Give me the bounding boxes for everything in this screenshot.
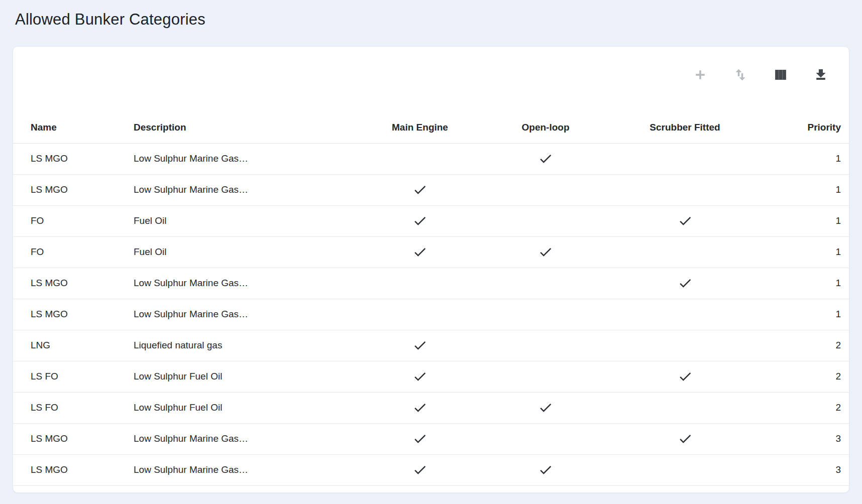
cell-description[interactable]: Low Sulphur Fuel Oil: [116, 361, 337, 392]
table-row[interactable]: LS FO Low Sulphur Fuel Oil 2: [13, 392, 849, 423]
col-header-priority[interactable]: Priority: [782, 112, 849, 143]
cell-name[interactable]: LS MGO: [13, 299, 116, 330]
cell-scrubber-fitted[interactable]: [588, 330, 782, 361]
sort-button[interactable]: [732, 67, 748, 83]
columns-button[interactable]: [773, 67, 789, 83]
download-button[interactable]: [813, 67, 829, 83]
page-title: Allowed Bunker Categories: [0, 0, 862, 29]
cell-open-loop[interactable]: [503, 174, 588, 205]
check-icon: [678, 213, 693, 228]
table-row[interactable]: LS MGO Low Sulphur Marine Gas… 1: [13, 299, 849, 330]
table-row[interactable]: LS FO Low Sulphur Fuel Oil 2: [13, 361, 849, 392]
cell-open-loop[interactable]: [503, 268, 588, 299]
col-header-open-loop[interactable]: Open-loop: [503, 112, 588, 143]
cell-scrubber-fitted[interactable]: [588, 236, 782, 268]
table-row[interactable]: FO Fuel Oil 1: [13, 236, 849, 268]
cell-name[interactable]: LS FO: [13, 361, 116, 392]
cell-open-loop[interactable]: [503, 205, 588, 236]
cell-open-loop[interactable]: [503, 423, 588, 454]
table-row[interactable]: LS MGO Low Sulphur Marine Gas… 1: [13, 174, 849, 205]
cell-priority[interactable]: 1: [782, 299, 849, 330]
cell-main-engine[interactable]: [337, 392, 503, 423]
cell-priority[interactable]: 1: [782, 205, 849, 236]
cell-open-loop[interactable]: [503, 299, 588, 330]
cell-scrubber-fitted[interactable]: [588, 392, 782, 423]
cell-description[interactable]: Low Sulphur Marine Gas…: [116, 143, 337, 174]
cell-description[interactable]: Liquefied natural gas: [116, 330, 337, 361]
cell-main-engine[interactable]: [337, 205, 503, 236]
cell-name[interactable]: LNG: [13, 330, 116, 361]
cell-open-loop[interactable]: [503, 143, 588, 174]
cell-description[interactable]: Fuel Oil: [116, 236, 337, 268]
cell-scrubber-fitted[interactable]: [588, 174, 782, 205]
cell-scrubber-fitted[interactable]: [588, 205, 782, 236]
cell-name[interactable]: LS MGO: [13, 268, 116, 299]
cell-main-engine[interactable]: [337, 299, 503, 330]
cell-name[interactable]: LS MGO: [13, 174, 116, 205]
add-button[interactable]: [692, 67, 708, 83]
check-icon: [678, 276, 693, 291]
cell-main-engine[interactable]: [337, 423, 503, 454]
cell-main-engine[interactable]: [337, 454, 503, 485]
cell-name[interactable]: FO: [13, 236, 116, 268]
table-toolbar: [13, 47, 849, 112]
cell-main-engine[interactable]: [337, 268, 503, 299]
cell-scrubber-fitted[interactable]: [588, 143, 782, 174]
cell-scrubber-fitted[interactable]: [588, 361, 782, 392]
cell-priority[interactable]: 1: [782, 174, 849, 205]
cell-priority[interactable]: 1: [782, 268, 849, 299]
cell-description[interactable]: Low Sulphur Marine Gas…: [116, 454, 337, 485]
cell-priority[interactable]: 1: [782, 143, 849, 174]
plus-icon: [693, 68, 707, 82]
cell-open-loop[interactable]: [503, 392, 588, 423]
cell-name[interactable]: LS MGO: [13, 143, 116, 174]
col-header-scrubber-fitted[interactable]: Scrubber Fitted: [588, 112, 782, 143]
cell-open-loop[interactable]: [503, 361, 588, 392]
cell-priority[interactable]: 1: [782, 236, 849, 268]
cell-name[interactable]: FO: [13, 205, 116, 236]
cell-description[interactable]: Low Sulphur Marine Gas…: [116, 268, 337, 299]
cell-scrubber-fitted[interactable]: [588, 423, 782, 454]
cell-main-engine[interactable]: [337, 174, 503, 205]
table-row[interactable]: LS MGO Low Sulphur Marine Gas… 3: [13, 454, 849, 485]
cell-priority[interactable]: 3: [782, 423, 849, 454]
cell-main-engine[interactable]: [337, 361, 503, 392]
col-header-description[interactable]: Description: [116, 112, 337, 143]
cell-description[interactable]: Low Sulphur Marine Gas…: [116, 423, 337, 454]
cell-name[interactable]: LS FO: [13, 392, 116, 423]
cell-name[interactable]: LS MGO: [13, 454, 116, 485]
check-icon: [412, 431, 427, 446]
cell-main-engine[interactable]: [337, 143, 503, 174]
cell-scrubber-fitted[interactable]: [588, 268, 782, 299]
check-icon: [678, 369, 693, 384]
cell-open-loop[interactable]: [503, 330, 588, 361]
cell-priority[interactable]: 3: [782, 454, 849, 485]
cell-description[interactable]: Low Sulphur Marine Gas…: [116, 174, 337, 205]
table-row[interactable]: LNG Liquefied natural gas 2: [13, 330, 849, 361]
cell-priority[interactable]: 2: [782, 361, 849, 392]
cell-description[interactable]: Low Sulphur Marine Gas…: [116, 299, 337, 330]
col-header-main-engine[interactable]: Main Engine: [337, 112, 503, 143]
table-row[interactable]: LS MGO Low Sulphur Marine Gas… 3: [13, 423, 849, 454]
table-row[interactable]: LS MGO Low Sulphur Marine Gas… 1: [13, 268, 849, 299]
check-icon: [538, 400, 553, 415]
check-icon: [538, 244, 553, 260]
table-row[interactable]: FO Fuel Oil 1: [13, 205, 849, 236]
col-header-name[interactable]: Name: [13, 112, 116, 143]
cell-description[interactable]: Fuel Oil: [116, 205, 337, 236]
cell-scrubber-fitted[interactable]: [588, 454, 782, 485]
cell-main-engine[interactable]: [337, 236, 503, 268]
cell-description[interactable]: Low Sulphur Fuel Oil: [116, 392, 337, 423]
check-icon: [538, 462, 553, 477]
cell-priority[interactable]: 2: [782, 392, 849, 423]
cell-name[interactable]: LS MGO: [13, 423, 116, 454]
cell-open-loop[interactable]: [503, 236, 588, 268]
cell-open-loop[interactable]: [503, 454, 588, 485]
import-export-icon: [733, 68, 747, 82]
cell-priority[interactable]: 2: [782, 330, 849, 361]
cell-scrubber-fitted[interactable]: [588, 299, 782, 330]
check-icon: [412, 213, 427, 228]
table-row[interactable]: LS MGO Low Sulphur Marine Gas… 1: [13, 143, 849, 174]
cell-main-engine[interactable]: [337, 330, 503, 361]
check-icon: [678, 431, 693, 446]
